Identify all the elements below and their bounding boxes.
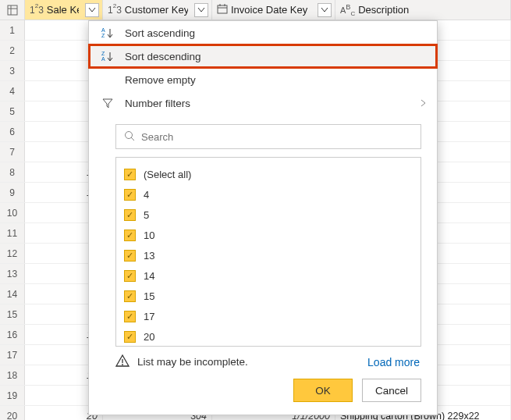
column-filter-button[interactable] — [85, 3, 99, 17]
cancel-button[interactable]: Cancel — [362, 379, 421, 402]
sort-descending[interactable]: ZA Sort descending — [89, 44, 437, 68]
sort-asc-icon: AZ — [100, 27, 115, 38]
datatype-number-icon: 123 — [30, 4, 44, 16]
remove-empty[interactable]: Remove empty — [89, 68, 437, 91]
filter-value-item[interactable]: ✓15 — [124, 286, 413, 306]
filter-value-label: 15 — [144, 290, 154, 302]
menu-label: Sort ascending — [125, 27, 195, 39]
row-index: 17 — [0, 345, 25, 365]
checkbox-checked-icon[interactable]: ✓ — [124, 331, 136, 343]
number-filters[interactable]: Number filters — [89, 91, 437, 115]
menu-label: Number filters — [125, 98, 190, 109]
column-header-description[interactable]: ABC Description — [335, 0, 511, 20]
button-row: OK Cancel — [89, 374, 437, 415]
filter-value-label: 4 — [144, 189, 149, 201]
filter-value-label: 10 — [144, 230, 154, 241]
row-index: 15 — [0, 304, 25, 324]
column-filter-button[interactable] — [318, 3, 332, 17]
filter-value-label: (Select all) — [144, 169, 191, 180]
menu-label: Remove empty — [125, 74, 196, 86]
filter-value-label: 13 — [144, 250, 154, 262]
column-header-customer-key[interactable]: 123 Customer Key — [103, 0, 212, 20]
search-input[interactable] — [141, 131, 413, 143]
datatype-number-icon: 123 — [108, 4, 122, 16]
checkbox-checked-icon[interactable]: ✓ — [124, 209, 136, 221]
checkbox-checked-icon[interactable]: ✓ — [124, 250, 136, 262]
checkbox-checked-icon[interactable]: ✓ — [124, 230, 136, 241]
svg-rect-0 — [8, 5, 17, 15]
filter-value-item[interactable]: ✓17 — [124, 306, 413, 326]
column-title: Customer Key — [125, 4, 188, 16]
svg-line-14 — [131, 137, 134, 141]
chevron-down-icon — [198, 8, 204, 12]
filter-value-label: 17 — [144, 311, 154, 322]
row-index: 12 — [0, 244, 25, 263]
svg-text:Z: Z — [101, 33, 105, 38]
chevron-right-icon — [421, 98, 426, 109]
row-index: 6 — [0, 122, 25, 141]
row-index: 4 — [0, 81, 25, 101]
filter-icon — [100, 98, 115, 109]
column-title: Invoice Date Key — [231, 4, 311, 16]
svg-text:Z: Z — [101, 51, 105, 56]
incomplete-footer: List may be incomplete. Load more — [89, 347, 437, 374]
sort-desc-icon: ZA — [100, 51, 115, 62]
chevron-down-icon — [321, 8, 328, 12]
values-list[interactable]: ✓(Select all)✓4✓5✓10✓13✓14✓15✓17✓20 — [115, 157, 421, 347]
checkbox-checked-icon[interactable]: ✓ — [124, 290, 136, 302]
row-index: 16 — [0, 325, 25, 344]
row-index: 1 — [0, 20, 25, 40]
filter-value-label: 14 — [144, 270, 154, 282]
search-box[interactable] — [115, 124, 421, 149]
filter-value-label: 20 — [144, 331, 154, 343]
search-icon — [124, 130, 135, 144]
row-index: 11 — [0, 223, 25, 243]
datatype-text-icon: ABC — [340, 3, 355, 17]
filter-value-item[interactable]: ✓(Select all) — [124, 164, 413, 184]
svg-text:A: A — [101, 56, 105, 62]
svg-text:A: A — [101, 27, 105, 33]
row-index: 14 — [0, 284, 25, 304]
chevron-down-icon — [89, 8, 95, 12]
filter-value-item[interactable]: ✓4 — [124, 184, 413, 205]
column-header-sale-key[interactable]: 123 Sale Key — [25, 0, 103, 20]
row-index: 7 — [0, 142, 25, 162]
filter-value-label: 5 — [144, 209, 149, 221]
svg-rect-3 — [218, 5, 227, 13]
filter-value-item[interactable]: ✓10 — [124, 225, 413, 245]
row-index: 2 — [0, 41, 25, 60]
menu-label: Sort descending — [125, 51, 201, 62]
column-headers: 123 Sale Key 123 Customer Key Invoice Da… — [0, 0, 511, 20]
checkbox-checked-icon[interactable]: ✓ — [124, 189, 136, 201]
row-index: 8 — [0, 162, 25, 182]
filter-value-item[interactable]: ✓13 — [124, 245, 413, 265]
ok-button[interactable]: OK — [293, 379, 353, 402]
filter-value-item[interactable]: ✓20 — [124, 326, 413, 347]
load-more-link[interactable]: Load more — [367, 356, 420, 368]
svg-point-16 — [122, 364, 123, 365]
warning-icon — [115, 354, 130, 369]
filter-value-item[interactable]: ✓5 — [124, 205, 413, 225]
row-index: 5 — [0, 101, 25, 121]
datatype-date-icon — [217, 4, 228, 16]
checkbox-checked-icon[interactable]: ✓ — [124, 270, 136, 282]
filter-dropdown-panel: AZ Sort ascending ZA Sort descending Rem… — [88, 20, 438, 415]
row-index: 3 — [0, 61, 25, 80]
table-corner — [0, 0, 25, 20]
row-index: 9 — [0, 183, 25, 202]
row-index: 18 — [0, 365, 25, 385]
column-title: Description — [358, 4, 507, 16]
checkbox-checked-icon[interactable]: ✓ — [124, 311, 136, 322]
row-index: 20 — [0, 406, 25, 420]
incomplete-message: List may be incomplete. — [137, 356, 248, 368]
filter-value-item[interactable]: ✓14 — [124, 265, 413, 286]
sort-ascending[interactable]: AZ Sort ascending — [89, 21, 437, 44]
column-header-invoice-date-key[interactable]: Invoice Date Key — [212, 0, 335, 20]
column-filter-button[interactable] — [194, 3, 208, 17]
checkbox-checked-icon[interactable]: ✓ — [124, 169, 136, 180]
table-icon — [7, 5, 18, 16]
column-title: Sale Key — [47, 4, 79, 16]
row-index: 19 — [0, 386, 25, 405]
row-index: 13 — [0, 264, 25, 283]
row-index: 10 — [0, 203, 25, 222]
